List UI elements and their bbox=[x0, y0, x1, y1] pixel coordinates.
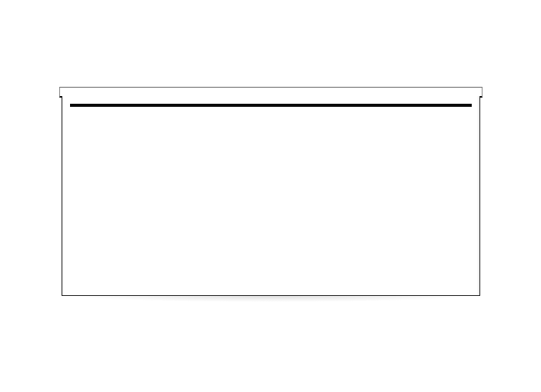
product-image bbox=[62, 96, 480, 296]
drop-shadow bbox=[69, 296, 473, 302]
drawer-front bbox=[64, 98, 478, 294]
handle-groove bbox=[70, 104, 472, 107]
right-edge bbox=[478, 96, 479, 295]
drawer-body bbox=[62, 96, 480, 296]
